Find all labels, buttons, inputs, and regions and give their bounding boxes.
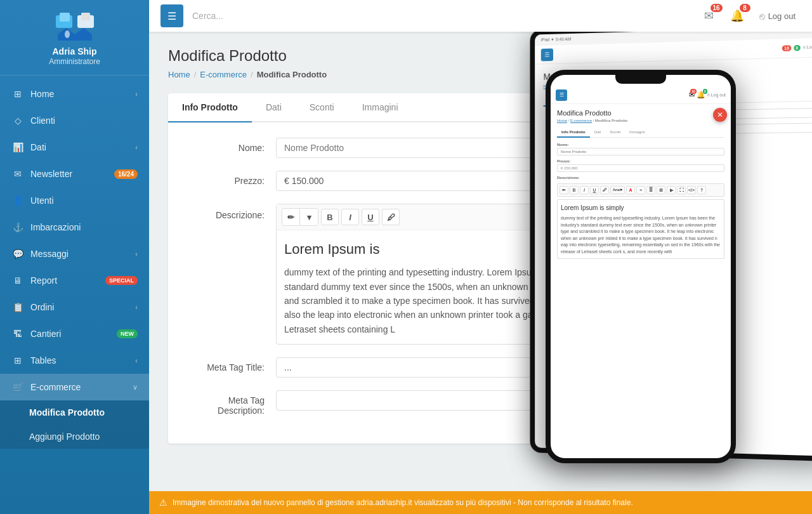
phone-prezzo-row: Prezzo: xyxy=(557,159,724,172)
bell-icon-wrap[interactable]: 🔔 8 xyxy=(726,5,748,27)
brand-logo xyxy=(55,11,95,42)
notice-icon: ⚠ xyxy=(159,498,167,508)
cantieri-badge: NEW xyxy=(117,329,138,338)
phone-tab-info: Info Prodotto xyxy=(557,128,590,138)
phone-desc-row: Descrizione: xyxy=(557,176,724,180)
tablet-badges: 16 8 ⎋ Log out xyxy=(782,44,812,51)
meta-desc-label: Meta Tag Description: xyxy=(187,390,276,416)
logout-icon: ⎋ xyxy=(759,11,765,22)
tables-icon: ⊞ xyxy=(11,354,24,367)
breadcrumb-sep-2: / xyxy=(251,70,253,79)
svg-rect-1 xyxy=(60,13,70,22)
messaggi-icon: 💬 xyxy=(11,247,24,260)
sidebar-item-ordini[interactable]: 📋 Ordini ‹ xyxy=(0,294,149,320)
sidebar-subitem-modifica-prodotto[interactable]: Modifica Prodotto xyxy=(0,400,149,425)
phone-bell-wrap: 🔔 8 xyxy=(697,91,705,99)
ordini-icon: 📋 xyxy=(11,301,24,313)
bell-badge: 8 xyxy=(740,4,750,12)
editor-italic-btn[interactable]: I xyxy=(341,209,359,225)
sidebar-subitem-aggiungi-prodotto[interactable]: Aggiungi Prodotto xyxy=(0,425,149,449)
sidebar-item-utenti[interactable]: 👤 Utenti xyxy=(0,187,149,214)
sidebar-item-ecommerce[interactable]: 🛒 E-commerce ∨ xyxy=(0,374,149,400)
content-area: Modifica Prodotto Home / E-commerce / Mo… xyxy=(149,32,812,491)
home-icon: ⊞ xyxy=(11,88,24,100)
phone-editor-eraser: 🖊 xyxy=(600,186,609,194)
sidebar-item-cantieri[interactable]: 🏗 Cantieri NEW xyxy=(0,320,149,347)
editor-dropdown-btn[interactable]: ▾ xyxy=(300,209,318,225)
tablet-status-left: iPad ✦ 9:40 AM xyxy=(541,37,572,43)
breadcrumb-ecommerce[interactable]: E-commerce xyxy=(200,70,247,79)
phone-editor-body: dummy text of the printing and typesetti… xyxy=(561,216,720,254)
phone-nome-input xyxy=(557,148,724,155)
sidebar-item-dati[interactable]: 📊 Dati ‹ xyxy=(0,134,149,161)
phone-editor-video: ▶ xyxy=(667,186,676,194)
phone-page-title: Modifica Prodotto xyxy=(557,109,724,117)
tablet-menu-btn: ☰ xyxy=(541,48,553,61)
phone-tab-sconti: Sconti xyxy=(605,128,625,137)
main-area: ☰ Cerca... ✉ 16 🔔 8 ⎋ Log out Modifica P… xyxy=(149,0,812,514)
breadcrumb-home[interactable]: Home xyxy=(168,70,190,79)
ecommerce-submenu: Modifica Prodotto Aggiungi Prodotto xyxy=(0,400,149,449)
phone-editor-content: Lorem Ipsum is simply dummy text of the … xyxy=(557,199,724,259)
tables-chevron: ‹ xyxy=(135,357,138,364)
sidebar-item-messaggi[interactable]: 💬 Messaggi ‹ xyxy=(0,241,149,267)
phone-editor-fullscreen: ⛶ xyxy=(677,186,686,194)
phone-content: Modifica Prodotto Home / E-commerce / Mo… xyxy=(551,104,731,264)
cantieri-icon: 🏗 xyxy=(11,327,24,340)
tab-info-prodotto[interactable]: Info Prodotto xyxy=(168,93,252,122)
sidebar-item-home[interactable]: ⊞ Home ‹ xyxy=(0,81,149,107)
topbar-menu-button[interactable]: ☰ xyxy=(160,4,183,27)
sidebar-item-report[interactable]: 🖥 Report SPECIAL xyxy=(0,267,149,294)
mail-icon-wrap[interactable]: ✉ 16 xyxy=(698,5,720,27)
phone-mockup: ☰ ✉ 16 🔔 8 ⎋ Log out ✕ xyxy=(546,70,736,463)
ecommerce-chevron: ∨ xyxy=(133,383,138,392)
phone-mail-wrap: ✉ 16 xyxy=(689,91,695,99)
editor-underline-btn[interactable]: U xyxy=(362,209,379,225)
ordini-chevron: ‹ xyxy=(135,303,138,311)
logout-button[interactable]: ⎋ Log out xyxy=(754,8,801,24)
phone-editor-title: Lorem Ipsum is simply xyxy=(561,203,721,213)
phone-tabs: Info Prodotto Dati Sconti Immagini xyxy=(557,128,724,138)
sidebar-item-newsletter[interactable]: ✉ Newsletter 16/24 xyxy=(0,161,149,187)
report-icon: 🖥 xyxy=(11,274,24,287)
phone-tab-dati: Dati xyxy=(590,128,606,137)
tab-dati[interactable]: Dati xyxy=(252,93,296,122)
hamburger-icon: ☰ xyxy=(167,10,176,22)
phone-nome-label: Nome: xyxy=(557,143,724,147)
topbar-actions: ✉ 16 🔔 8 ⎋ Log out xyxy=(698,5,801,27)
sidebar: Adria Ship Amministratore ⊞ Home ‹ ◇ Cli… xyxy=(0,0,149,514)
phone-topbar: ☰ ✉ 16 🔔 8 ⎋ Log out xyxy=(551,86,731,104)
editor-pencil-btn[interactable]: ✏ xyxy=(282,209,300,225)
phone-editor-italic: I xyxy=(580,186,589,194)
svg-rect-3 xyxy=(81,13,90,20)
tab-immagini[interactable]: Immagini xyxy=(348,93,412,122)
phone-editor-font: Arial▾ xyxy=(610,186,625,194)
phone-desc-label: Descrizione: xyxy=(557,176,724,180)
newsletter-badge: 16/24 xyxy=(114,169,138,179)
phone-editor-list-ol: ≣ xyxy=(646,186,655,194)
svg-marker-4 xyxy=(58,28,92,41)
editor-bold-btn[interactable]: B xyxy=(321,209,339,225)
phone-editor-pencil: ✏ xyxy=(560,186,568,194)
sidebar-item-imbarcazioni[interactable]: ⚓ Imbarcazioni xyxy=(0,214,149,241)
phone-breadcrumb: Home / E-commerce / Modifica Prodotto xyxy=(557,119,724,122)
phone-editor-bold: B xyxy=(570,186,579,194)
phone-editor-list-ul: ≡ xyxy=(636,186,645,194)
tablet-bell-badge: 8 xyxy=(794,45,800,51)
sidebar-item-tables[interactable]: ⊞ Tables ‹ xyxy=(0,347,149,374)
phone-editor-color: A xyxy=(626,186,635,194)
breadcrumb-current: Modifica Prodotto xyxy=(257,70,327,79)
imbarcazioni-icon: ⚓ xyxy=(11,221,24,234)
sidebar-navigation: ⊞ Home ‹ ◇ Clienti 📊 Dati ‹ ✉ Newsletter… xyxy=(0,76,149,514)
tablet-logout: ⎋ Log out xyxy=(803,44,812,51)
ecommerce-icon: 🛒 xyxy=(11,381,24,393)
nome-label: Nome: xyxy=(187,138,276,153)
phone-prezzo-label: Prezzo: xyxy=(557,159,724,163)
report-badge: SPECIAL xyxy=(105,276,138,285)
breadcrumb-sep-1: / xyxy=(194,70,197,79)
tab-sconti[interactable]: Sconti xyxy=(296,93,348,122)
sidebar-item-clienti[interactable]: ◇ Clienti xyxy=(0,107,149,134)
mail-badge: 16 xyxy=(710,4,723,12)
editor-eraser-btn[interactable]: 🖊 xyxy=(382,209,400,225)
phone-editor-underline: U xyxy=(590,186,599,194)
